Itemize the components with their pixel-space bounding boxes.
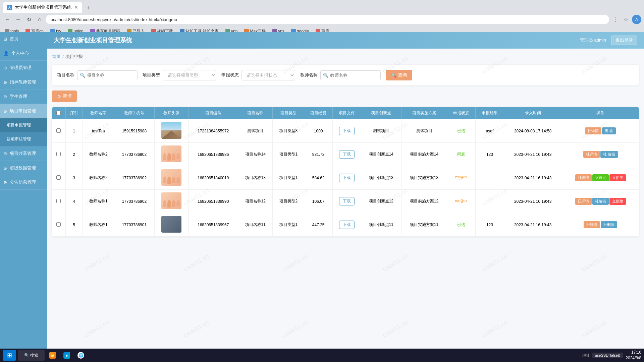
row-checkbox[interactable] — [56, 128, 61, 133]
detail-button[interactable]: 社详情 — [575, 174, 592, 181]
project-name-label: 项目名称 — [57, 72, 74, 78]
edit-button[interactable]: 社 编辑 — [600, 151, 618, 158]
row-index: 5 — [65, 213, 83, 237]
edit-button[interactable]: 社编辑 — [592, 198, 609, 205]
row-project-type: 项目类型1 — [273, 143, 304, 166]
row-status: 已选 — [447, 213, 476, 237]
table-header-checkbox[interactable] — [52, 107, 65, 119]
tab-title: 大学生创新创业项目管理系统 — [15, 4, 71, 10]
delete-button[interactable]: 社删除 — [601, 221, 617, 228]
sidebar-item-admin-mgmt[interactable]: ⊕ 管理员管理 — [0, 61, 47, 75]
select-all-checkbox[interactable] — [56, 111, 61, 115]
refresh-button[interactable]: ↻ — [24, 15, 34, 24]
row-checkbox-cell[interactable] — [52, 143, 65, 166]
taskbar-search[interactable]: 🔍 搜索 — [18, 350, 45, 361]
row-project-file[interactable]: 下载 — [333, 119, 361, 143]
add-button[interactable]: ⊙ 新增 — [52, 90, 77, 102]
teacher-name-input[interactable] — [320, 70, 381, 80]
row-checkbox-cell[interactable] — [52, 213, 65, 237]
row-checkbox[interactable] — [56, 199, 61, 203]
row-project-no: 16820651840019 — [189, 166, 238, 190]
row-project-file[interactable]: 下载 — [333, 143, 361, 166]
sidebar-item-instructor-mgmt[interactable]: ⊕ 指导教师管理 — [0, 75, 47, 89]
row-checkbox-cell[interactable] — [52, 190, 65, 213]
row-time: 2024-08-08 17:14:58 — [504, 119, 562, 143]
sidebar-item-home[interactable]: ⊞ 首页 — [0, 32, 47, 46]
tab-close-button[interactable]: ✕ — [74, 5, 78, 10]
detail-button[interactable]: 已详情 — [575, 198, 592, 205]
row-innovation: 项目创新点14 — [361, 143, 401, 166]
sidebar-item-project-apply[interactable]: 项目申报管理 — [0, 118, 47, 132]
ssl-info: useSSL=false& — [592, 353, 623, 358]
reject-button[interactable]: 立拒绝 — [609, 174, 626, 181]
detail-button[interactable]: 社详情 — [584, 221, 600, 228]
project-type-select[interactable]: 请选择项目类型 — [163, 70, 216, 80]
home-button[interactable]: ⌂ — [35, 15, 44, 24]
sidebar-item-student-mgmt[interactable]: ⊕ 学生管理 — [0, 89, 47, 104]
address-text: localhost:8080/daxueshengcycxin/admin/di… — [50, 17, 177, 22]
row-checkbox[interactable] — [56, 222, 61, 227]
status-field: 申报状态 请选择申报状态 — [221, 70, 295, 80]
breadcrumb-home[interactable]: 首页 — [52, 54, 61, 60]
new-tab-button[interactable]: + — [84, 3, 93, 13]
sidebar-item-personal[interactable]: 👤 个人中心 — [0, 46, 47, 61]
row-checkbox-cell[interactable] — [52, 166, 65, 190]
reject-button[interactable]: 立拒绝 — [609, 198, 626, 205]
taskbar-explorer[interactable]: 📁 — [47, 350, 59, 361]
table-row: 4 教师名称1 17703786902 16820651839990 项目名称1… — [52, 190, 639, 213]
sidebar-item-project-review[interactable]: 进项审核管理 — [0, 132, 47, 146]
detail-button[interactable]: 社详情 — [583, 151, 600, 158]
row-project-file[interactable]: 下载 — [333, 190, 361, 213]
start-button[interactable]: ⊞ — [3, 350, 16, 361]
row-teacher-avatar — [154, 119, 188, 143]
row-project-type: 项目类型1 — [273, 213, 304, 237]
row-plan: 项目实施方案12 — [401, 190, 447, 213]
profile-button[interactable]: A — [632, 15, 641, 24]
download-button[interactable]: 下载 — [339, 150, 355, 159]
forward-button[interactable]: → — [13, 15, 23, 24]
sidebar-item-notice-mgmt[interactable]: ⊕ 公告信息管理 — [0, 175, 47, 190]
taskbar-chrome[interactable]: 🌐 — [75, 350, 87, 361]
row-index: 4 — [65, 190, 83, 213]
row-project-file[interactable]: 下载 — [333, 213, 361, 237]
bookmark-button[interactable]: ☆ — [621, 15, 631, 24]
active-tab[interactable]: 大 大学生创新创业项目管理系统 ✕ — [3, 2, 82, 13]
row-result: 123 — [476, 213, 504, 237]
row-actions: 社详情社删除 — [562, 213, 639, 237]
home-icon: ⊞ — [3, 37, 7, 42]
row-teacher-name: 教师名称1 — [83, 190, 114, 213]
row-checkbox-cell[interactable] — [52, 119, 65, 143]
extensions-button[interactable]: ⋮ — [610, 15, 620, 24]
search-button[interactable]: 🔍 查询 — [386, 70, 412, 80]
download-button[interactable]: 下载 — [339, 197, 355, 205]
row-project-file[interactable]: 下载 — [333, 166, 361, 190]
row-checkbox[interactable] — [56, 175, 61, 180]
detail-button[interactable]: 社详情 — [585, 127, 601, 134]
approve-button[interactable]: 立通过 — [592, 174, 609, 181]
back-button[interactable]: ← — [3, 15, 12, 24]
col-header-result: 申报结果 — [476, 107, 504, 119]
row-checkbox[interactable] — [56, 152, 61, 156]
view-button[interactable]: 查 看 — [602, 127, 616, 134]
project-type-field: 项目类型 请选择项目类型 — [143, 70, 216, 80]
address-bar[interactable]: localhost:8080/daxueshengcycxin/admin/di… — [46, 15, 609, 24]
project-icon: ⊕ — [3, 109, 7, 114]
taskbar-edge[interactable]: e — [61, 350, 73, 361]
status-select[interactable]: 请选择申报状态 — [241, 70, 295, 80]
table-row: 5 教师名称1 17703786901 16820651839967 项目名称1… — [52, 213, 639, 237]
download-button[interactable]: 下载 — [339, 127, 355, 135]
row-project-funds: 931.72 — [304, 143, 333, 166]
logout-button[interactable]: 退出登录 — [611, 36, 637, 45]
row-teacher-avatar — [154, 166, 188, 190]
row-status: 已选 — [447, 119, 476, 143]
main-content: 大学生创新创业项目管理系统 管理员 admin 退出登录 首页 / 项目申报 项… — [47, 32, 644, 362]
download-button[interactable]: 下载 — [339, 174, 355, 182]
sidebar-item-data-mgmt[interactable]: ⊕ 超级数据管理 — [0, 161, 47, 175]
row-project-no: 17231084855972 — [189, 119, 238, 143]
content-area: 首页 / 项目申报 项目名称 🔍 项目类型 请选择项目类型 — [47, 49, 644, 362]
project-name-input[interactable] — [77, 70, 138, 80]
row-teacher-phone: 17703786902 — [114, 143, 154, 166]
sidebar-item-project-share[interactable]: ⊕ 项目共享管理 — [0, 146, 47, 161]
sidebar-item-project-mgmt[interactable]: ⊕ 项目申报管理 — [0, 104, 47, 118]
download-button[interactable]: 下载 — [339, 221, 355, 229]
